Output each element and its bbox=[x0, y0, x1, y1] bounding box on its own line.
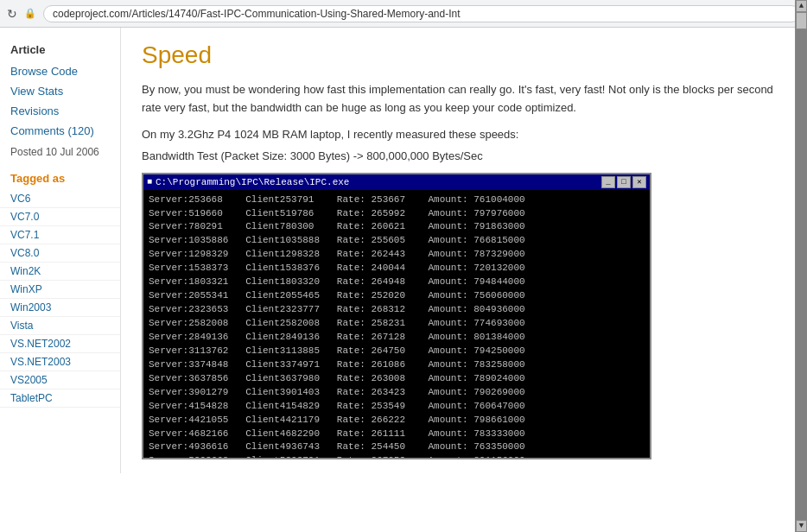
terminal-restore-btn[interactable]: □ bbox=[617, 176, 631, 188]
lock-icon: 🔒 bbox=[24, 8, 36, 19]
sidebar-tag-vc8.0[interactable]: VC8.0 bbox=[0, 244, 120, 263]
sidebar-link-comments[interactable]: Comments (120) bbox=[0, 121, 120, 141]
terminal-title-left: ■ C:\Programming\IPC\Release\IPC.exe bbox=[147, 177, 349, 187]
sidebar: Article Browse Code View Stats Revisions… bbox=[0, 28, 121, 473]
terminal-title-text: C:\Programming\IPC\Release\IPC.exe bbox=[156, 177, 349, 187]
sidebar-tag-vc6[interactable]: VC6 bbox=[0, 190, 120, 208]
sidebar-tag-vs.net2003[interactable]: VS.NET2003 bbox=[0, 353, 120, 371]
sidebar-posted-date: Posted 10 Jul 2006 bbox=[0, 141, 120, 163]
terminal-window: ■ C:\Programming\IPC\Release\IPC.exe _ □… bbox=[142, 173, 651, 459]
browser-bar: ↻ 🔒 codeproject.com/Articles/14740/Fast-… bbox=[0, 0, 807, 28]
sidebar-tag-tabletpc[interactable]: TabletPC bbox=[0, 390, 120, 408]
sidebar-tag-winxp[interactable]: WinXP bbox=[0, 281, 120, 299]
scrollbar-track bbox=[796, 28, 807, 473]
bandwidth-note: Bandwidth Test (Packet Size: 3000 Bytes)… bbox=[142, 149, 786, 162]
terminal-controls: _ □ ✕ bbox=[601, 176, 646, 188]
sidebar-tag-vs.net2002[interactable]: VS.NET2002 bbox=[0, 335, 120, 353]
url-bar[interactable]: codeproject.com/Articles/14740/Fast-IPC-… bbox=[43, 5, 800, 22]
sidebar-tag-vs2005[interactable]: VS2005 bbox=[0, 371, 120, 390]
terminal-body: Server:253668 Client253791 Rate: 253667 … bbox=[143, 190, 650, 458]
sidebar-link-browse-code[interactable]: Browse Code bbox=[0, 61, 120, 81]
terminal-close-btn[interactable]: ✕ bbox=[632, 176, 646, 188]
sidebar-tags-container: VC6VC7.0VC7.1VC8.0Win2KWinXPWin2003Vista… bbox=[0, 190, 120, 408]
main-content: Speed By now, you must be wondering how … bbox=[121, 28, 807, 473]
sidebar-article-title: Article bbox=[0, 36, 120, 61]
intro-paragraph: By now, you must be wondering how fast t… bbox=[142, 81, 786, 117]
sidebar-tag-win2003[interactable]: Win2003 bbox=[0, 299, 120, 317]
scrollbar-thumb[interactable] bbox=[796, 28, 807, 29]
speed-note: On my 3.2Ghz P4 1024 MB RAM laptop, I re… bbox=[142, 128, 786, 141]
terminal-titlebar: ■ C:\Programming\IPC\Release\IPC.exe _ □… bbox=[143, 174, 650, 190]
sidebar-tag-vc7.0[interactable]: VC7.0 bbox=[0, 208, 120, 226]
page-heading: Speed bbox=[142, 41, 786, 69]
terminal-minimize-btn[interactable]: _ bbox=[601, 176, 615, 188]
refresh-icon[interactable]: ↻ bbox=[7, 7, 17, 21]
terminal-lines: Server:253668 Client253791 Rate: 253667 … bbox=[149, 193, 645, 458]
sidebar-tag-win2k[interactable]: Win2K bbox=[0, 263, 120, 281]
sidebar-link-revisions[interactable]: Revisions bbox=[0, 101, 120, 121]
terminal-title-icon: ■ bbox=[147, 177, 152, 187]
sidebar-link-view-stats[interactable]: View Stats bbox=[0, 81, 120, 101]
sidebar-tag-vc7.1[interactable]: VC7.1 bbox=[0, 226, 120, 244]
sidebar-tag-vista[interactable]: Vista bbox=[0, 317, 120, 335]
sidebar-tagged-label: Tagged as bbox=[0, 163, 120, 190]
terminal-scrollbar[interactable]: ▲ ▼ bbox=[795, 28, 807, 473]
page-body: Article Browse Code View Stats Revisions… bbox=[0, 28, 807, 473]
